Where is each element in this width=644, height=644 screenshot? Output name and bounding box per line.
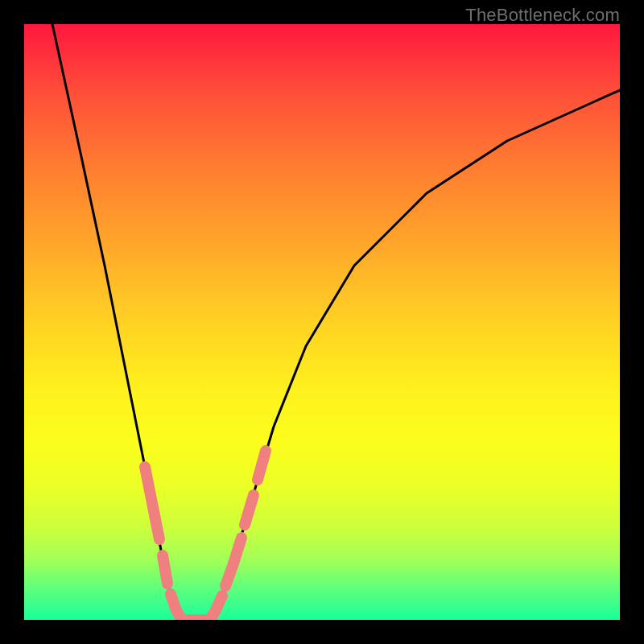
curve-main: [52, 24, 620, 620]
plot-area: [24, 24, 620, 620]
curve-highlights: [145, 451, 266, 620]
bottleneck-curve: [24, 24, 620, 620]
chart-container: TheBottleneck.com: [0, 0, 644, 644]
watermark-text: TheBottleneck.com: [465, 5, 620, 26]
